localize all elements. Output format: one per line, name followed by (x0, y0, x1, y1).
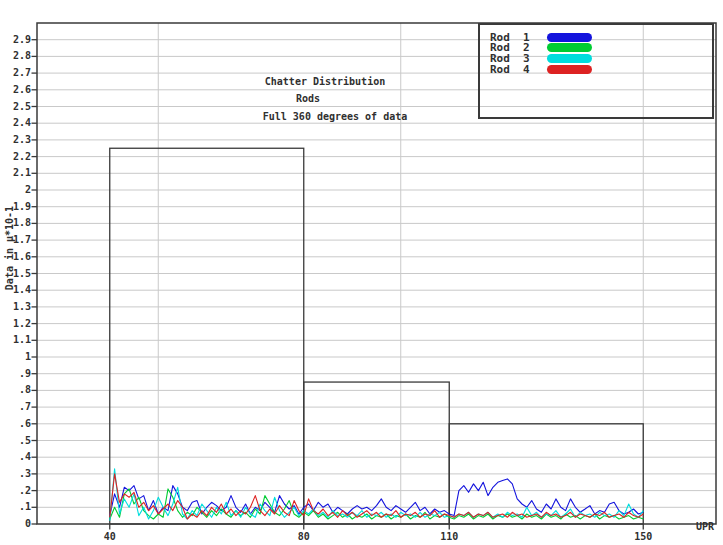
legend-label-rod-4: Rod 4 (490, 63, 547, 76)
y-tick-label: 1.2 (0, 318, 31, 330)
y-tick-label: 2.4 (0, 117, 31, 129)
x-tick-label: 110 (440, 531, 458, 542)
x-tick-label: 40 (104, 531, 116, 542)
y-tick-label: 1 (0, 351, 31, 363)
y-tick-label: .1 (0, 501, 31, 513)
y-tick-label: 0 (0, 518, 31, 530)
x-axis-unit-label: UPR (696, 521, 714, 532)
y-tick-label: .6 (0, 418, 31, 430)
y-tick-label: 2.5 (0, 101, 31, 113)
bin-outline (110, 148, 304, 524)
y-tick-label: .2 (0, 485, 31, 497)
y-tick-label: 1.3 (0, 301, 31, 313)
chart-subtitle: Rods (296, 93, 320, 104)
legend-swatch-rod-1 (547, 33, 592, 42)
y-tick-label: 2 (0, 184, 31, 196)
histogram-bins-layer (110, 148, 644, 524)
series-rod-4-trace (110, 474, 644, 519)
y-tick-label: .5 (0, 435, 31, 447)
series-rod-1-trace (110, 479, 644, 516)
x-tick-label: 80 (298, 531, 310, 542)
legend-swatch-rod-2 (547, 43, 592, 52)
x-tick-label: 150 (634, 531, 652, 542)
y-tick-label: 1.5 (0, 268, 31, 280)
y-tick-label: 1.8 (0, 217, 31, 229)
chart-subtitle-2: Full 360 degrees of data (263, 111, 408, 122)
y-tick-label: 1.6 (0, 251, 31, 263)
chatter-distribution-chart: Chatter Distribution Rods Full 360 degre… (0, 0, 723, 545)
chart-title: Chatter Distribution (265, 76, 385, 87)
y-tick-label: 1.1 (0, 334, 31, 346)
y-tick-label: .4 (0, 451, 31, 463)
y-tick-label: 2.7 (0, 67, 31, 79)
y-tick-label: 1.9 (0, 201, 31, 213)
series-traces-layer (110, 469, 644, 521)
y-tick-label: 1.4 (0, 284, 31, 296)
y-tick-label: 1.7 (0, 234, 31, 246)
y-tick-label: 2.9 (0, 34, 31, 46)
y-tick-label: .7 (0, 401, 31, 413)
legend: Rod 1 Rod 2 Rod 3 Rod 4 (478, 23, 714, 119)
legend-swatch-rod-3 (547, 54, 592, 63)
y-tick-label: .8 (0, 384, 31, 396)
y-tick-label: 2.2 (0, 151, 31, 163)
y-tick-label: 2.3 (0, 134, 31, 146)
y-tick-label: 2.8 (0, 50, 31, 62)
legend-item-rod-3: Rod 3 (490, 53, 592, 64)
y-tick-label: 2.1 (0, 167, 31, 179)
legend-swatch-rod-4 (547, 65, 592, 74)
y-tick-label: 2.6 (0, 84, 31, 96)
legend-item-rod-4: Rod 4 (490, 64, 592, 75)
y-tick-label: .9 (0, 368, 31, 380)
bin-outline (304, 382, 450, 524)
y-tick-label: .3 (0, 468, 31, 480)
